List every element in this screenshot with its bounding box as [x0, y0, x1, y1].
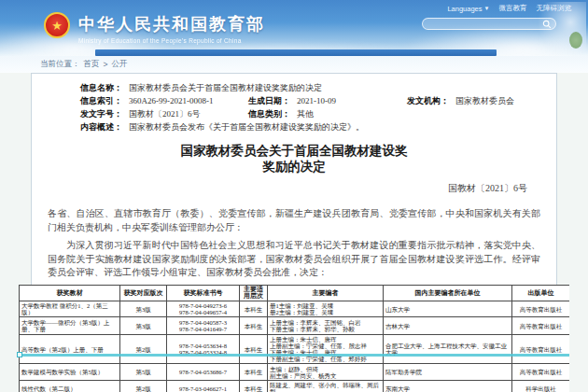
meta-index-label: 信息索引：: [80, 96, 129, 105]
cell-institution: 东南大学: [384, 381, 512, 392]
national-emblem-logo: ★: [44, 12, 70, 38]
search-input[interactable]: [427, 19, 542, 30]
cell-textbook: 大学数学——微积分（第3版）上册、下册: [20, 317, 120, 335]
breadcrumb-bar: 当前位置： 首页 > 公开: [0, 56, 588, 73]
cell-edition: 第2版: [120, 381, 167, 392]
document-number: 国教材〔2021〕6号: [48, 182, 540, 195]
col-header-textbook: 获奖教材: [20, 286, 120, 301]
meta-docno-label: 发文字号：: [80, 109, 129, 119]
cell-level: 本科生: [240, 364, 268, 381]
cell-isbn: 978-7-04-053686-7: [167, 364, 240, 381]
meta-row-index: 信息索引： 360A26-99-2021-0008-1 生成日期： 2021-1…: [80, 96, 540, 105]
cell-textbook: 线性代数（第二版）: [20, 381, 120, 392]
meta-date-label: 生成日期：: [248, 96, 297, 105]
breadcrumb: 当前位置： 首页 > 公开: [40, 59, 127, 70]
document-paragraph-background: 为深入贯彻习近平新时代中国特色社会主义思想和习近平总书记关于教材建设的重要指示批…: [48, 239, 540, 280]
cell-edition: 第3版: [120, 317, 167, 335]
site-title-en: Ministry of Education of the People's Re…: [78, 37, 265, 44]
table-row: 数学建模与数学实验（第5版） 第5版 978-7-04-053686-7 本科生…: [20, 364, 570, 381]
cell-editors: 册1主编：刘建亚、吴臻 册2主编：刘建亚、吴臻: [268, 301, 384, 317]
page-title-line1: 国家教材委员会关于首届全国教材建设奖: [48, 143, 540, 159]
meta-row-summary: 内容概述： 国家教材委员会发布《关于首届全国教材建设奖奖励的决定》。: [80, 122, 540, 132]
languages-menu[interactable]: Languages ▼: [447, 5, 489, 13]
topbar-link-accessibility[interactable]: 无障碍浏览: [537, 4, 572, 13]
cell-isbn: 978-7-04-049273-6 978-7-04-049657-4: [167, 301, 240, 317]
meta-agency-value: 国家教材委员会: [455, 96, 514, 105]
site-header: ★ 中华人民共和国教育部 Ministry of Education of th…: [0, 0, 588, 56]
row-selection-handle[interactable]: [17, 352, 22, 357]
award-table-container: 获奖教材 获奖对应版次 获奖标准书号 主要适用层次 主要编者 国内主要编者所在单…: [19, 285, 569, 392]
search-icon[interactable]: [542, 20, 552, 29]
cell-publisher: 科学出版社: [512, 381, 570, 392]
table-row: 线性代数（第二版） 第2版 978-7-03-046627-1 本科生 陈建龙、…: [20, 381, 570, 392]
meta-category-value: 其他: [297, 109, 314, 119]
search-box[interactable]: [422, 18, 556, 30]
table-row-highlighted: 高等数学（第2版）上册、下册 第2版 978-7-04-053634-8 978…: [20, 335, 570, 364]
cell-institution: 山东大学: [384, 301, 512, 317]
cell-editors: 主编：赵静、但琦 副主编：严尚安、杨秀文: [268, 364, 384, 381]
page-title: 国家教材委员会关于首届全国教材建设奖 奖励的决定: [48, 143, 540, 175]
cell-publisher: 高等教育出版社: [512, 301, 570, 317]
cell-isbn: 978-7-03-046627-1: [167, 381, 240, 392]
meta-row-name: 信息名称： 国家教材委员会关于首届全国教材建设奖奖励的决定: [80, 83, 540, 92]
breadcrumb-home-link[interactable]: 首页: [84, 59, 100, 70]
cell-institution: 吉林大学: [384, 317, 512, 335]
award-table: 获奖教材 获奖对应版次 获奖标准书号 主要适用层次 主要编者 国内主要编者所在单…: [19, 285, 569, 392]
meta-row-docno: 发文字号： 国教材〔2021〕6号 信息类别： 其他: [80, 109, 540, 119]
meta-name-value: 国家教材委员会关于首届全国教材建设奖奖励的决定: [129, 83, 322, 92]
topbar-link-weiyan[interactable]: 微言教育: [499, 4, 527, 13]
cell-textbook: 数学建模与数学实验（第5版）: [20, 364, 120, 381]
cell-level: 本科生: [240, 335, 268, 364]
col-header-editors: 主要编者: [268, 286, 384, 301]
cell-isbn: 978-7-04-053634-8 978-7-04-053324-8: [167, 335, 240, 364]
cell-level: 本科生: [240, 301, 268, 317]
chevron-down-icon: ▼: [484, 6, 490, 11]
breadcrumb-current-link[interactable]: 公开: [111, 59, 127, 70]
table-header-row: 获奖教材 获奖对应版次 获奖标准书号 主要适用层次 主要编者 国内主要编者所在单…: [20, 286, 570, 301]
meta-name-label: 信息名称：: [80, 83, 129, 92]
cell-textbook: 高等数学（第2版）上册、下册: [20, 335, 120, 364]
col-header-institution: 国内主要编者所在单位: [384, 286, 512, 301]
cell-editors: 陈建龙、周建华、张小向、韩瑞珠、周后型: [268, 381, 384, 392]
cell-edition: 第5版: [120, 364, 167, 381]
breadcrumb-prefix: 当前位置：: [40, 59, 80, 70]
meta-date-value: 2021-10-09: [297, 96, 407, 105]
page-title-line2: 奖励的决定: [48, 159, 540, 175]
cell-level: 本科生: [240, 317, 268, 335]
site-title-block: 中华人民共和国教育部 Ministry of Education of the …: [78, 13, 265, 44]
col-header-isbn: 获奖标准书号: [167, 286, 240, 301]
table-row: 大学数学教程 微积分1、2（第三版） 第3版 978-7-04-049273-6…: [20, 301, 570, 317]
cell-institution: 陆军勤务学院: [384, 364, 512, 381]
meta-docno-value: 国教材〔2021〕6号: [129, 109, 248, 119]
meta-category-label: 信息类别：: [248, 109, 297, 119]
cell-editors: 上册主编：李辉来、王国铭、白岩 下册主编：李辉来、郭华、孙毅: [268, 317, 384, 335]
dandelion-head-decoration: [569, 32, 582, 49]
site-title-zh: 中华人民共和国教育部: [78, 13, 265, 35]
col-header-edition: 获奖对应版次: [120, 286, 167, 301]
meta-agency-label: 发文机构：: [407, 96, 455, 105]
main-nav-bar: [95, 49, 497, 56]
cell-level: 本科生: [240, 381, 268, 392]
document-meta-block: 信息名称： 国家教材委员会关于首届全国教材建设奖奖励的决定 信息索引： 360A…: [80, 83, 540, 132]
cell-publisher: 高等教育出版社: [512, 317, 570, 335]
cell-publisher: 高等教育出版社: [512, 335, 570, 364]
col-header-level: 主要适用层次: [240, 286, 268, 301]
emblem-star-icon: ★: [51, 20, 63, 32]
table-row: 大学数学——微积分（第3版）上册、下册 第3版 978-7-04-040587-…: [20, 317, 570, 335]
row-selection-line: [19, 354, 569, 357]
cell-publisher: 高等教育出版社: [512, 364, 570, 381]
meta-summary-value: 国家教材委员会发布《关于首届全国教材建设奖奖励的决定》。: [129, 122, 364, 132]
cell-edition: 第2版: [120, 335, 167, 364]
meta-summary-label: 内容概述：: [80, 122, 129, 132]
topbar-links: Languages ▼ 微言教育 无障碍浏览: [447, 4, 571, 13]
cell-isbn: 978-7-04-040587-3 978-7-04-041649-7: [167, 317, 240, 335]
document-paragraph-addressees: 各省、自治区、直辖市教育厅（教委）、党委宣传部，新疆生产建设兵团教育局、党委宣传…: [48, 207, 540, 234]
breadcrumb-separator: >: [104, 60, 108, 69]
meta-index-value: 360A26-99-2021-0008-1: [129, 96, 248, 105]
cell-textbook: 大学数学教程 微积分1、2（第三版）: [20, 301, 120, 317]
col-header-publisher: 出版单位: [512, 286, 570, 301]
cell-editors: 上册主编：朱士信、唐珲 上册副主编：宁荣健、任落、殷志祥 下册主编：朱士信、唐珲…: [268, 335, 384, 364]
cell-edition: 第3版: [120, 301, 167, 317]
cell-institution: 合肥工业大学、上海工程技术大学、安徽工业大学: [384, 335, 512, 364]
